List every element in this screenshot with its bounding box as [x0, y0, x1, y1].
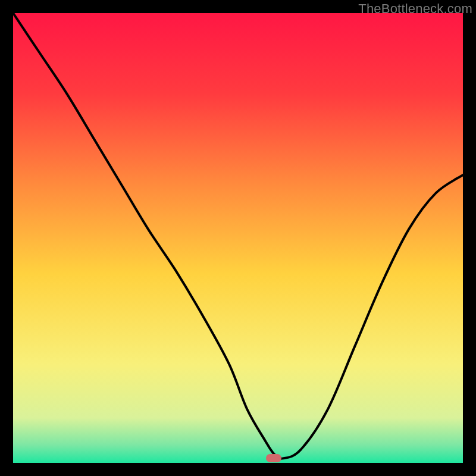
optimal-marker [266, 454, 281, 462]
chart-frame: TheBottleneck.com [0, 0, 476, 476]
bottleneck-curve [13, 13, 463, 463]
watermark-text: TheBottleneck.com [358, 1, 472, 17]
plot-area [13, 13, 463, 463]
